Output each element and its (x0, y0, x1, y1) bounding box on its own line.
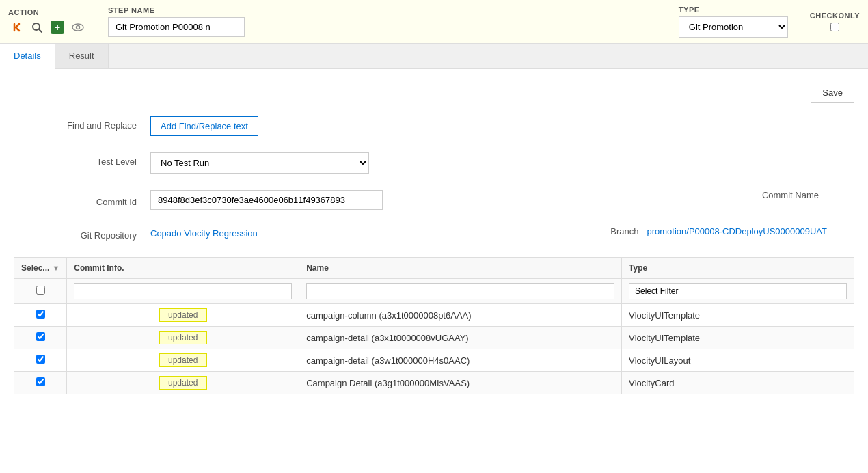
commit-id-input[interactable] (150, 190, 383, 210)
row-type: VlocityCard (622, 372, 854, 394)
content-area: Save Find and Replace Add Find/Replace t… (0, 69, 868, 473)
select-all-checkbox[interactable] (36, 286, 45, 295)
tabs-bar: Details Result (0, 44, 868, 69)
preview-icon[interactable] (70, 19, 86, 36)
row-commit-info: updated (67, 349, 299, 372)
filter-type-cell (622, 279, 854, 304)
find-replace-label: Find and Replace (41, 116, 150, 131)
save-row: Save (14, 83, 854, 103)
add-find-replace-button[interactable]: Add Find/Replace text (150, 116, 258, 136)
type-filter-input[interactable] (629, 283, 847, 299)
commit-id-label: Commit Id (41, 193, 150, 207)
save-button[interactable]: Save (811, 83, 854, 103)
row-checkbox[interactable] (36, 332, 45, 341)
table-container: Selec... ▼ Commit Info. Name Type (14, 257, 854, 394)
table-row: updatedcampaign-column (a3x1t0000008pt6A… (14, 304, 854, 327)
commit-name-label: Commit Name (762, 190, 819, 200)
svg-line-1 (39, 29, 42, 32)
table-row: updatedCampaign Detail (a3g1t000000MIsVA… (14, 372, 854, 394)
type-label: TYPE (679, 5, 788, 14)
row-commit-info: updated (67, 304, 299, 327)
row-checkbox-cell (14, 327, 67, 349)
branch-col: Branch promotion/P00008-CDDeployUS000000… (434, 226, 827, 236)
data-table: Selec... ▼ Commit Info. Name Type (14, 257, 854, 394)
action-label: ACTION (8, 8, 86, 16)
row-checkbox[interactable] (36, 310, 45, 319)
row-checkbox[interactable] (36, 377, 45, 386)
svg-point-5 (77, 25, 80, 29)
back-icon[interactable] (8, 19, 25, 36)
row-checkbox-cell (14, 349, 67, 372)
updated-badge: updated (159, 331, 207, 344)
row-name: campaign-detail (a3w1t000000H4s0AAC) (299, 349, 622, 372)
toolbar: ACTION + (0, 0, 868, 44)
search-icon[interactable] (29, 19, 45, 36)
type-select[interactable]: Git Promotion Deployment Test (679, 16, 788, 38)
test-level-row: Test Level No Test Run RunLocalTests Run… (14, 152, 854, 174)
table-row: updatedcampaign-detail (a3w1t000000H4s0A… (14, 349, 854, 372)
name-filter-input[interactable] (306, 283, 614, 299)
updated-badge: updated (159, 376, 207, 390)
row-checkbox[interactable] (36, 355, 45, 364)
find-replace-value: Add Find/Replace text (150, 116, 827, 136)
table-body: updatedcampaign-column (a3x1t0000008pt6A… (14, 304, 854, 394)
commit-info-filter-input[interactable] (74, 283, 292, 299)
find-replace-row: Find and Replace Add Find/Replace text (14, 116, 854, 136)
add-icon[interactable]: + (49, 19, 66, 36)
row-type: VlocityUITemplate (622, 304, 854, 327)
git-repo-col: Git Repository Copado Vlocity Regression (41, 226, 434, 241)
commit-id-row: Commit Id Commit Name (14, 190, 854, 210)
commit-name-col: Commit Name (434, 190, 827, 200)
test-level-label: Test Level (41, 152, 150, 167)
tab-details[interactable]: Details (0, 44, 55, 69)
branch-label: Branch (610, 226, 638, 236)
checkonly-label: CHECKONLY (810, 12, 860, 20)
table-row: updatedcampaign-detail (a3x1t0000008vUGA… (14, 327, 854, 349)
toolbar-actions: + (8, 19, 86, 36)
row-type: VlocityUITemplate (622, 327, 854, 349)
select-filter-icon[interactable]: ▼ (52, 264, 59, 272)
type-section: TYPE Git Promotion Deployment Test (679, 5, 788, 38)
row-name: Campaign Detail (a3g1t000000MIsVAAS) (299, 372, 622, 394)
table-header-row: Selec... ▼ Commit Info. Name Type (14, 258, 854, 279)
filter-checkbox-cell (14, 279, 67, 304)
row-type: VlocityUILayout (622, 349, 854, 372)
filter-name-cell (299, 279, 622, 304)
row-commit-info: updated (67, 372, 299, 394)
row-checkbox-cell (14, 304, 67, 327)
filter-commit-info-cell (67, 279, 299, 304)
checkonly-checkbox[interactable] (830, 23, 839, 31)
step-name-label: STEP NAME (108, 6, 245, 14)
tab-result[interactable]: Result (55, 44, 109, 68)
th-select: Selec... ▼ (14, 258, 67, 279)
checkonly-section: CHECKONLY (810, 12, 860, 31)
svg-text:+: + (55, 22, 60, 33)
test-level-select[interactable]: No Test Run RunLocalTests RunAllTestsInO… (150, 152, 369, 174)
updated-badge: updated (159, 308, 207, 322)
updated-badge: updated (159, 353, 207, 367)
th-commit-info: Commit Info. (67, 258, 299, 279)
commit-id-col: Commit Id (41, 190, 434, 210)
test-level-value: No Test Run RunLocalTests RunAllTestsInO… (150, 152, 827, 174)
th-type: Type (622, 258, 854, 279)
action-section: ACTION + (8, 8, 86, 36)
row-name: campaign-column (a3x1t0000008pt6AAA) (299, 304, 622, 327)
step-name-input[interactable] (108, 17, 245, 37)
th-name: Name (299, 258, 622, 279)
row-checkbox-cell (14, 372, 67, 394)
svg-point-4 (72, 24, 83, 31)
table-filter-row (14, 279, 854, 304)
branch-link[interactable]: promotion/P00008-CDDeployUS0000009UAT (647, 226, 827, 236)
row-commit-info: updated (67, 327, 299, 349)
git-repository-label: Git Repository (41, 226, 150, 241)
row-name: campaign-detail (a3x1t0000008vUGAAY) (299, 327, 622, 349)
git-repo-row: Git Repository Copado Vlocity Regression… (14, 226, 854, 241)
step-name-section: STEP NAME (108, 6, 245, 37)
git-repository-link[interactable]: Copado Vlocity Regression (150, 228, 258, 239)
